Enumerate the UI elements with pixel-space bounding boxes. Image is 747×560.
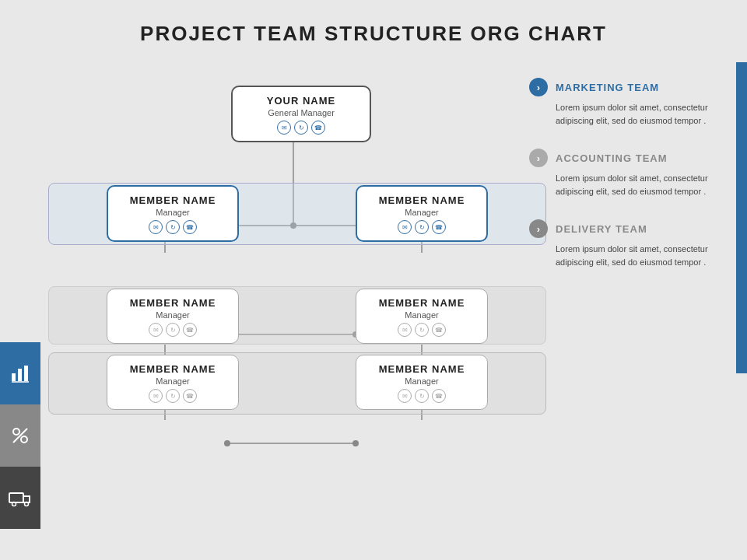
- top-node-name: YOUR NAME: [248, 95, 354, 107]
- row2-node-left: MEMBER NAME Manager ✉ ↻ ☎: [107, 289, 239, 344]
- row2-left-icons: ✉ ↻ ☎: [123, 323, 223, 337]
- email-icon-2: ✉: [398, 220, 412, 234]
- info-delivery-header: › DELIVERY TEAM: [529, 219, 731, 238]
- refresh-icon: ↻: [294, 121, 308, 135]
- info-delivery: › DELIVERY TEAM Lorem ipsum dolor sit am…: [529, 219, 731, 268]
- accounting-chevron: ›: [529, 149, 548, 167]
- phone-icon: ☎: [311, 121, 325, 135]
- row1-left-role: Manager: [124, 208, 222, 217]
- refresh-icon-3: ↻: [166, 323, 180, 337]
- row3-node-left: MEMBER NAME Manager ✉ ↻ ☎: [107, 355, 239, 410]
- delivery-body: Lorem ipsum dolor sit amet, consectetur …: [529, 243, 731, 268]
- row3-left-role: Manager: [123, 376, 223, 386]
- email-icon: ✉: [277, 121, 291, 135]
- top-node: YOUR NAME General Manager ✉ ↻ ☎: [231, 86, 371, 142]
- email-icon-5: ✉: [149, 389, 163, 403]
- row3-right-role: Manager: [372, 376, 472, 386]
- row2-right-role: Manager: [372, 310, 472, 320]
- phone-icon-4: ☎: [432, 323, 446, 337]
- row1-node-left: MEMBER NAME Manager ✉ ↻ ☎: [107, 185, 239, 242]
- phone-icon-6: ☎: [432, 389, 446, 403]
- left-sidebar: [0, 0, 40, 560]
- info-panel: › MARKETING TEAM Lorem ipsum dolor sit a…: [529, 78, 731, 290]
- row1-left-name: MEMBER NAME: [124, 194, 222, 206]
- refresh-icon-5: ↻: [166, 389, 180, 403]
- email-icon-4: ✉: [398, 323, 412, 337]
- row1-node-right: MEMBER NAME Manager ✉ ↻ ☎: [356, 185, 488, 242]
- sidebar-item-delivery[interactable]: [0, 467, 40, 529]
- sidebar-item-accounting[interactable]: [0, 404, 40, 467]
- top-node-role: General Manager: [248, 108, 354, 117]
- email-icon-6: ✉: [398, 389, 412, 403]
- row2-node-right: MEMBER NAME Manager ✉ ↻ ☎: [356, 289, 488, 344]
- refresh-icon-6: ↻: [415, 389, 429, 403]
- row2-left-name: MEMBER NAME: [123, 297, 223, 309]
- row3-left-icons: ✉ ↻ ☎: [123, 389, 223, 403]
- accounting-title: ACCOUNTING TEAM: [556, 152, 668, 164]
- right-sidebar-accent: [736, 62, 747, 373]
- phone-icon-1: ☎: [183, 220, 197, 234]
- refresh-icon-2: ↻: [415, 220, 429, 234]
- svg-point-5: [21, 436, 27, 443]
- refresh-icon-4: ↻: [415, 323, 429, 337]
- top-node-wrapper: YOUR NAME General Manager ✉ ↻ ☎: [40, 86, 562, 142]
- email-icon-3: ✉: [149, 323, 163, 337]
- row3-right-icons: ✉ ↻ ☎: [372, 389, 472, 403]
- row2-nodes: MEMBER NAME Manager ✉ ↻ ☎ MEMBER NAME Ma…: [48, 289, 546, 344]
- chart-icon: [8, 361, 33, 386]
- row1-right-role: Manager: [373, 208, 471, 217]
- row1-right-icons: ✉ ↻ ☎: [373, 220, 471, 234]
- row3-node-right: MEMBER NAME Manager ✉ ↻ ☎: [356, 355, 488, 410]
- row3-left-name: MEMBER NAME: [123, 363, 223, 375]
- truck-icon: [8, 485, 33, 510]
- phone-icon-2: ☎: [432, 220, 446, 234]
- svg-rect-2: [24, 366, 28, 381]
- marketing-chevron: ›: [529, 78, 548, 96]
- percent-icon: [8, 423, 33, 448]
- marketing-title: MARKETING TEAM: [556, 82, 659, 93]
- sidebar-item-marketing[interactable]: [0, 342, 40, 404]
- page-title: PROJECT TEAM STRUCTURE ORG CHART: [0, 0, 747, 60]
- row1-left-icons: ✉ ↻ ☎: [124, 220, 222, 234]
- phone-icon-3: ☎: [183, 323, 197, 337]
- row1-nodes: MEMBER NAME Manager ✉ ↻ ☎ MEMBER NAME Ma…: [48, 185, 546, 242]
- svg-point-25: [224, 440, 230, 446]
- svg-point-4: [13, 429, 19, 435]
- row2-right-name: MEMBER NAME: [372, 297, 472, 309]
- row3-nodes: MEMBER NAME Manager ✉ ↻ ☎ MEMBER NAME Ma…: [48, 355, 546, 410]
- row2-left-role: Manager: [123, 310, 223, 320]
- delivery-chevron: ›: [529, 219, 548, 238]
- marketing-body: Lorem ipsum dolor sit amet, consectetur …: [529, 101, 731, 127]
- info-accounting-header: › ACCOUNTING TEAM: [529, 149, 731, 167]
- svg-line-6: [13, 429, 27, 443]
- svg-rect-7: [9, 493, 23, 502]
- refresh-icon-1: ↻: [166, 220, 180, 234]
- phone-icon-5: ☎: [183, 389, 197, 403]
- row2-right-icons: ✉ ↻ ☎: [372, 323, 472, 337]
- svg-point-9: [25, 502, 29, 506]
- svg-point-8: [12, 502, 16, 506]
- email-icon-1: ✉: [149, 220, 163, 234]
- top-node-icons: ✉ ↻ ☎: [248, 121, 354, 135]
- row3-right-name: MEMBER NAME: [372, 363, 472, 375]
- info-marketing: › MARKETING TEAM Lorem ipsum dolor sit a…: [529, 78, 731, 127]
- info-accounting: › ACCOUNTING TEAM Lorem ipsum dolor sit …: [529, 149, 731, 198]
- accounting-body: Lorem ipsum dolor sit amet, consectetur …: [529, 172, 731, 198]
- row1-right-name: MEMBER NAME: [373, 194, 471, 206]
- delivery-title: DELIVERY TEAM: [556, 223, 647, 235]
- svg-rect-1: [18, 369, 22, 381]
- info-marketing-header: › MARKETING TEAM: [529, 78, 731, 96]
- svg-point-26: [352, 440, 359, 446]
- svg-rect-0: [12, 373, 16, 381]
